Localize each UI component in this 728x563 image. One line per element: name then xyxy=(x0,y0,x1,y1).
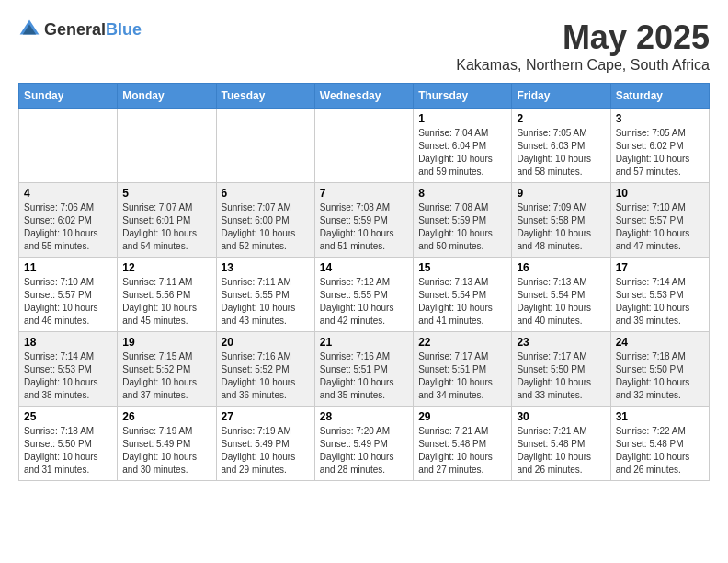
day-info: Sunrise: 7:19 AM Sunset: 5:49 PM Dayligh… xyxy=(122,425,210,477)
title-block: May 2025 Kakamas, Northern Cape, South A… xyxy=(456,18,710,74)
day-number: 8 xyxy=(418,187,506,200)
day-number: 28 xyxy=(320,410,408,423)
day-number: 16 xyxy=(517,261,605,274)
weekday-header-sunday: Sunday xyxy=(19,84,118,109)
calendar-week-row: 25Sunrise: 7:18 AM Sunset: 5:50 PM Dayli… xyxy=(19,407,710,481)
calendar-cell: 24Sunrise: 7:18 AM Sunset: 5:50 PM Dayli… xyxy=(610,332,709,407)
day-number: 3 xyxy=(616,112,704,125)
day-number: 10 xyxy=(616,187,704,200)
calendar-cell xyxy=(118,109,216,183)
day-info: Sunrise: 7:18 AM Sunset: 5:50 PM Dayligh… xyxy=(24,425,112,477)
calendar-week-row: 4Sunrise: 7:06 AM Sunset: 6:02 PM Daylig… xyxy=(19,183,710,258)
day-number: 23 xyxy=(517,336,605,349)
weekday-header-friday: Friday xyxy=(512,84,610,109)
day-number: 31 xyxy=(616,410,704,423)
day-info: Sunrise: 7:22 AM Sunset: 5:48 PM Dayligh… xyxy=(616,425,704,477)
day-number: 14 xyxy=(320,261,408,274)
day-number: 6 xyxy=(222,187,310,200)
day-info: Sunrise: 7:09 AM Sunset: 5:58 PM Dayligh… xyxy=(517,201,605,253)
day-info: Sunrise: 7:13 AM Sunset: 5:54 PM Dayligh… xyxy=(517,276,605,327)
calendar-cell: 8Sunrise: 7:08 AM Sunset: 5:59 PM Daylig… xyxy=(414,183,512,258)
location: Kakamas, Northern Cape, South Africa xyxy=(456,57,710,74)
day-info: Sunrise: 7:19 AM Sunset: 5:49 PM Dayligh… xyxy=(222,425,310,477)
calendar-cell: 18Sunrise: 7:14 AM Sunset: 5:53 PM Dayli… xyxy=(19,332,118,407)
calendar-table: SundayMondayTuesdayWednesdayThursdayFrid… xyxy=(18,83,710,481)
day-info: Sunrise: 7:21 AM Sunset: 5:48 PM Dayligh… xyxy=(418,425,506,477)
calendar-cell: 3Sunrise: 7:05 AM Sunset: 6:02 PM Daylig… xyxy=(610,109,709,183)
calendar-cell: 22Sunrise: 7:17 AM Sunset: 5:51 PM Dayli… xyxy=(414,332,512,407)
day-info: Sunrise: 7:15 AM Sunset: 5:52 PM Dayligh… xyxy=(122,350,210,402)
calendar-cell: 19Sunrise: 7:15 AM Sunset: 5:52 PM Dayli… xyxy=(118,332,216,407)
day-number: 17 xyxy=(616,261,704,274)
day-info: Sunrise: 7:17 AM Sunset: 5:50 PM Dayligh… xyxy=(517,350,605,402)
calendar-cell xyxy=(19,109,118,183)
calendar-cell: 17Sunrise: 7:14 AM Sunset: 5:53 PM Dayli… xyxy=(610,258,709,332)
day-info: Sunrise: 7:10 AM Sunset: 5:57 PM Dayligh… xyxy=(24,276,112,327)
day-info: Sunrise: 7:04 AM Sunset: 6:04 PM Dayligh… xyxy=(418,127,506,178)
day-info: Sunrise: 7:11 AM Sunset: 5:56 PM Dayligh… xyxy=(122,276,210,327)
weekday-header-thursday: Thursday xyxy=(414,84,512,109)
day-number: 26 xyxy=(122,410,210,423)
day-number: 22 xyxy=(418,336,506,349)
logo-text-blue: Blue xyxy=(106,20,142,39)
day-info: Sunrise: 7:11 AM Sunset: 5:55 PM Dayligh… xyxy=(222,276,310,327)
day-number: 4 xyxy=(24,187,112,200)
calendar-cell: 21Sunrise: 7:16 AM Sunset: 5:51 PM Dayli… xyxy=(314,332,413,407)
calendar-cell: 31Sunrise: 7:22 AM Sunset: 5:48 PM Dayli… xyxy=(610,407,709,481)
day-info: Sunrise: 7:18 AM Sunset: 5:50 PM Dayligh… xyxy=(616,350,704,402)
calendar-cell: 9Sunrise: 7:09 AM Sunset: 5:58 PM Daylig… xyxy=(512,183,610,258)
day-number: 20 xyxy=(222,336,310,349)
day-number: 1 xyxy=(418,112,506,125)
calendar-cell: 12Sunrise: 7:11 AM Sunset: 5:56 PM Dayli… xyxy=(118,258,216,332)
logo: GeneralBlue xyxy=(18,18,142,40)
day-info: Sunrise: 7:12 AM Sunset: 5:55 PM Dayligh… xyxy=(320,276,408,327)
weekday-header-monday: Monday xyxy=(118,84,216,109)
day-info: Sunrise: 7:07 AM Sunset: 6:01 PM Dayligh… xyxy=(122,201,210,253)
calendar-cell: 27Sunrise: 7:19 AM Sunset: 5:49 PM Dayli… xyxy=(216,407,314,481)
calendar-cell: 4Sunrise: 7:06 AM Sunset: 6:02 PM Daylig… xyxy=(19,183,118,258)
calendar-cell: 10Sunrise: 7:10 AM Sunset: 5:57 PM Dayli… xyxy=(610,183,709,258)
weekday-header-wednesday: Wednesday xyxy=(314,84,413,109)
calendar-cell: 28Sunrise: 7:20 AM Sunset: 5:49 PM Dayli… xyxy=(314,407,413,481)
calendar-cell: 16Sunrise: 7:13 AM Sunset: 5:54 PM Dayli… xyxy=(512,258,610,332)
day-number: 19 xyxy=(122,336,210,349)
day-info: Sunrise: 7:10 AM Sunset: 5:57 PM Dayligh… xyxy=(616,201,704,253)
calendar-cell: 13Sunrise: 7:11 AM Sunset: 5:55 PM Dayli… xyxy=(216,258,314,332)
day-number: 15 xyxy=(418,261,506,274)
calendar-week-row: 18Sunrise: 7:14 AM Sunset: 5:53 PM Dayli… xyxy=(19,332,710,407)
day-number: 24 xyxy=(616,336,704,349)
calendar-cell: 29Sunrise: 7:21 AM Sunset: 5:48 PM Dayli… xyxy=(414,407,512,481)
day-number: 5 xyxy=(122,187,210,200)
page-header: GeneralBlue May 2025 Kakamas, Northern C… xyxy=(18,18,710,74)
day-number: 18 xyxy=(24,336,112,349)
calendar-cell: 6Sunrise: 7:07 AM Sunset: 6:00 PM Daylig… xyxy=(216,183,314,258)
logo-text-general: General xyxy=(44,20,106,39)
day-number: 27 xyxy=(222,410,310,423)
day-number: 9 xyxy=(517,187,605,200)
day-info: Sunrise: 7:13 AM Sunset: 5:54 PM Dayligh… xyxy=(418,276,506,327)
day-info: Sunrise: 7:08 AM Sunset: 5:59 PM Dayligh… xyxy=(320,201,408,253)
day-number: 21 xyxy=(320,336,408,349)
day-number: 7 xyxy=(320,187,408,200)
calendar-cell: 26Sunrise: 7:19 AM Sunset: 5:49 PM Dayli… xyxy=(118,407,216,481)
calendar-cell: 11Sunrise: 7:10 AM Sunset: 5:57 PM Dayli… xyxy=(19,258,118,332)
day-info: Sunrise: 7:05 AM Sunset: 6:02 PM Dayligh… xyxy=(616,127,704,178)
weekday-header-tuesday: Tuesday xyxy=(216,84,314,109)
calendar-cell: 30Sunrise: 7:21 AM Sunset: 5:48 PM Dayli… xyxy=(512,407,610,481)
weekday-header-saturday: Saturday xyxy=(610,84,709,109)
day-info: Sunrise: 7:20 AM Sunset: 5:49 PM Dayligh… xyxy=(320,425,408,477)
day-info: Sunrise: 7:14 AM Sunset: 5:53 PM Dayligh… xyxy=(24,350,112,402)
day-info: Sunrise: 7:17 AM Sunset: 5:51 PM Dayligh… xyxy=(418,350,506,402)
month-year: May 2025 xyxy=(456,18,710,57)
day-number: 12 xyxy=(122,261,210,274)
calendar-cell xyxy=(314,109,413,183)
calendar-week-row: 11Sunrise: 7:10 AM Sunset: 5:57 PM Dayli… xyxy=(19,258,710,332)
calendar-header-row: SundayMondayTuesdayWednesdayThursdayFrid… xyxy=(19,84,710,109)
calendar-cell: 5Sunrise: 7:07 AM Sunset: 6:01 PM Daylig… xyxy=(118,183,216,258)
day-info: Sunrise: 7:07 AM Sunset: 6:00 PM Dayligh… xyxy=(222,201,310,253)
day-info: Sunrise: 7:14 AM Sunset: 5:53 PM Dayligh… xyxy=(616,276,704,327)
calendar-cell: 14Sunrise: 7:12 AM Sunset: 5:55 PM Dayli… xyxy=(314,258,413,332)
calendar-cell: 7Sunrise: 7:08 AM Sunset: 5:59 PM Daylig… xyxy=(314,183,413,258)
day-info: Sunrise: 7:16 AM Sunset: 5:51 PM Dayligh… xyxy=(320,350,408,402)
calendar-cell: 20Sunrise: 7:16 AM Sunset: 5:52 PM Dayli… xyxy=(216,332,314,407)
